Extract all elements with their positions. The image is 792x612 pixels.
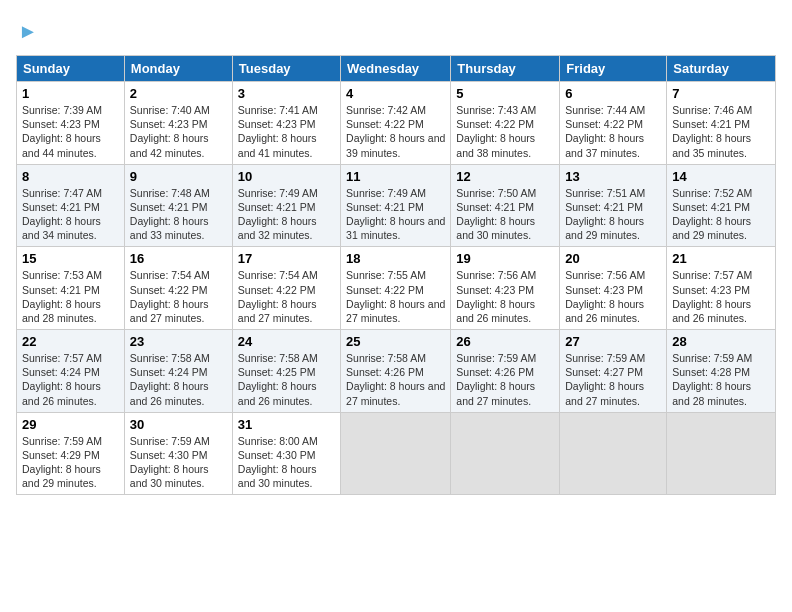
calendar-day-cell: 25Sunrise: 7:58 AMSunset: 4:26 PMDayligh… xyxy=(341,330,451,413)
day-number: 30 xyxy=(130,417,227,432)
day-number: 25 xyxy=(346,334,445,349)
calendar-day-cell: 22Sunrise: 7:57 AMSunset: 4:24 PMDayligh… xyxy=(17,330,125,413)
calendar-day-cell: 10Sunrise: 7:49 AMSunset: 4:21 PMDayligh… xyxy=(232,164,340,247)
day-number: 28 xyxy=(672,334,770,349)
day-number: 23 xyxy=(130,334,227,349)
calendar-week-2: 8Sunrise: 7:47 AMSunset: 4:21 PMDaylight… xyxy=(17,164,776,247)
day-info: Sunrise: 7:50 AMSunset: 4:21 PMDaylight:… xyxy=(456,186,554,243)
day-number: 1 xyxy=(22,86,119,101)
calendar-day-cell: 26Sunrise: 7:59 AMSunset: 4:26 PMDayligh… xyxy=(451,330,560,413)
calendar-day-cell: 27Sunrise: 7:59 AMSunset: 4:27 PMDayligh… xyxy=(560,330,667,413)
weekday-header-monday: Monday xyxy=(124,56,232,82)
calendar-table: SundayMondayTuesdayWednesdayThursdayFrid… xyxy=(16,55,776,495)
day-number: 27 xyxy=(565,334,661,349)
day-info: Sunrise: 7:54 AMSunset: 4:22 PMDaylight:… xyxy=(130,268,227,325)
calendar-day-cell: 4Sunrise: 7:42 AMSunset: 4:22 PMDaylight… xyxy=(341,82,451,165)
weekday-header-saturday: Saturday xyxy=(667,56,776,82)
day-number: 11 xyxy=(346,169,445,184)
day-info: Sunrise: 7:48 AMSunset: 4:21 PMDaylight:… xyxy=(130,186,227,243)
calendar-day-cell xyxy=(341,412,451,495)
calendar-day-cell: 16Sunrise: 7:54 AMSunset: 4:22 PMDayligh… xyxy=(124,247,232,330)
day-info: Sunrise: 7:51 AMSunset: 4:21 PMDaylight:… xyxy=(565,186,661,243)
day-info: Sunrise: 7:58 AMSunset: 4:24 PMDaylight:… xyxy=(130,351,227,408)
day-number: 18 xyxy=(346,251,445,266)
day-number: 15 xyxy=(22,251,119,266)
calendar-day-cell: 17Sunrise: 7:54 AMSunset: 4:22 PMDayligh… xyxy=(232,247,340,330)
day-number: 3 xyxy=(238,86,335,101)
day-info: Sunrise: 7:58 AMSunset: 4:26 PMDaylight:… xyxy=(346,351,445,408)
day-info: Sunrise: 7:52 AMSunset: 4:21 PMDaylight:… xyxy=(672,186,770,243)
day-info: Sunrise: 7:57 AMSunset: 4:24 PMDaylight:… xyxy=(22,351,119,408)
day-info: Sunrise: 7:54 AMSunset: 4:22 PMDaylight:… xyxy=(238,268,335,325)
day-number: 20 xyxy=(565,251,661,266)
calendar-week-5: 29Sunrise: 7:59 AMSunset: 4:29 PMDayligh… xyxy=(17,412,776,495)
calendar-day-cell: 3Sunrise: 7:41 AMSunset: 4:23 PMDaylight… xyxy=(232,82,340,165)
day-info: Sunrise: 7:44 AMSunset: 4:22 PMDaylight:… xyxy=(565,103,661,160)
day-info: Sunrise: 7:39 AMSunset: 4:23 PMDaylight:… xyxy=(22,103,119,160)
calendar-day-cell: 23Sunrise: 7:58 AMSunset: 4:24 PMDayligh… xyxy=(124,330,232,413)
day-info: Sunrise: 7:59 AMSunset: 4:26 PMDaylight:… xyxy=(456,351,554,408)
day-number: 22 xyxy=(22,334,119,349)
day-info: Sunrise: 7:55 AMSunset: 4:22 PMDaylight:… xyxy=(346,268,445,325)
day-number: 2 xyxy=(130,86,227,101)
day-info: Sunrise: 7:59 AMSunset: 4:30 PMDaylight:… xyxy=(130,434,227,491)
calendar-day-cell: 19Sunrise: 7:56 AMSunset: 4:23 PMDayligh… xyxy=(451,247,560,330)
day-info: Sunrise: 7:47 AMSunset: 4:21 PMDaylight:… xyxy=(22,186,119,243)
calendar-day-cell xyxy=(667,412,776,495)
day-number: 14 xyxy=(672,169,770,184)
day-number: 29 xyxy=(22,417,119,432)
weekday-header-wednesday: Wednesday xyxy=(341,56,451,82)
day-number: 8 xyxy=(22,169,119,184)
day-info: Sunrise: 7:58 AMSunset: 4:25 PMDaylight:… xyxy=(238,351,335,408)
day-number: 5 xyxy=(456,86,554,101)
calendar-day-cell: 12Sunrise: 7:50 AMSunset: 4:21 PMDayligh… xyxy=(451,164,560,247)
day-number: 12 xyxy=(456,169,554,184)
day-number: 9 xyxy=(130,169,227,184)
day-info: Sunrise: 7:56 AMSunset: 4:23 PMDaylight:… xyxy=(456,268,554,325)
calendar-day-cell: 13Sunrise: 7:51 AMSunset: 4:21 PMDayligh… xyxy=(560,164,667,247)
calendar-day-cell: 5Sunrise: 7:43 AMSunset: 4:22 PMDaylight… xyxy=(451,82,560,165)
day-number: 17 xyxy=(238,251,335,266)
logo: ► xyxy=(16,20,38,43)
calendar-day-cell: 6Sunrise: 7:44 AMSunset: 4:22 PMDaylight… xyxy=(560,82,667,165)
calendar-week-1: 1Sunrise: 7:39 AMSunset: 4:23 PMDaylight… xyxy=(17,82,776,165)
day-info: Sunrise: 7:49 AMSunset: 4:21 PMDaylight:… xyxy=(238,186,335,243)
day-info: Sunrise: 7:43 AMSunset: 4:22 PMDaylight:… xyxy=(456,103,554,160)
day-info: Sunrise: 7:40 AMSunset: 4:23 PMDaylight:… xyxy=(130,103,227,160)
day-info: Sunrise: 8:00 AMSunset: 4:30 PMDaylight:… xyxy=(238,434,335,491)
day-number: 21 xyxy=(672,251,770,266)
day-info: Sunrise: 7:41 AMSunset: 4:23 PMDaylight:… xyxy=(238,103,335,160)
calendar-day-cell: 8Sunrise: 7:47 AMSunset: 4:21 PMDaylight… xyxy=(17,164,125,247)
calendar-day-cell: 28Sunrise: 7:59 AMSunset: 4:28 PMDayligh… xyxy=(667,330,776,413)
day-number: 24 xyxy=(238,334,335,349)
calendar-day-cell xyxy=(451,412,560,495)
page-container: ► SundayMondayTuesdayWednesdayThursdayFr… xyxy=(0,0,792,503)
day-number: 7 xyxy=(672,86,770,101)
calendar-day-cell: 21Sunrise: 7:57 AMSunset: 4:23 PMDayligh… xyxy=(667,247,776,330)
day-number: 10 xyxy=(238,169,335,184)
page-header: ► xyxy=(16,16,776,43)
calendar-day-cell: 20Sunrise: 7:56 AMSunset: 4:23 PMDayligh… xyxy=(560,247,667,330)
day-number: 19 xyxy=(456,251,554,266)
day-info: Sunrise: 7:53 AMSunset: 4:21 PMDaylight:… xyxy=(22,268,119,325)
weekday-header-friday: Friday xyxy=(560,56,667,82)
day-number: 13 xyxy=(565,169,661,184)
weekday-header-thursday: Thursday xyxy=(451,56,560,82)
calendar-week-4: 22Sunrise: 7:57 AMSunset: 4:24 PMDayligh… xyxy=(17,330,776,413)
calendar-day-cell: 29Sunrise: 7:59 AMSunset: 4:29 PMDayligh… xyxy=(17,412,125,495)
day-info: Sunrise: 7:59 AMSunset: 4:29 PMDaylight:… xyxy=(22,434,119,491)
day-info: Sunrise: 7:59 AMSunset: 4:28 PMDaylight:… xyxy=(672,351,770,408)
weekday-header-sunday: Sunday xyxy=(17,56,125,82)
calendar-week-3: 15Sunrise: 7:53 AMSunset: 4:21 PMDayligh… xyxy=(17,247,776,330)
weekday-header-tuesday: Tuesday xyxy=(232,56,340,82)
calendar-day-cell xyxy=(560,412,667,495)
calendar-day-cell: 1Sunrise: 7:39 AMSunset: 4:23 PMDaylight… xyxy=(17,82,125,165)
day-info: Sunrise: 7:59 AMSunset: 4:27 PMDaylight:… xyxy=(565,351,661,408)
calendar-day-cell: 9Sunrise: 7:48 AMSunset: 4:21 PMDaylight… xyxy=(124,164,232,247)
calendar-day-cell: 14Sunrise: 7:52 AMSunset: 4:21 PMDayligh… xyxy=(667,164,776,247)
calendar-day-cell: 18Sunrise: 7:55 AMSunset: 4:22 PMDayligh… xyxy=(341,247,451,330)
day-number: 26 xyxy=(456,334,554,349)
day-number: 4 xyxy=(346,86,445,101)
calendar-day-cell: 31Sunrise: 8:00 AMSunset: 4:30 PMDayligh… xyxy=(232,412,340,495)
day-number: 31 xyxy=(238,417,335,432)
